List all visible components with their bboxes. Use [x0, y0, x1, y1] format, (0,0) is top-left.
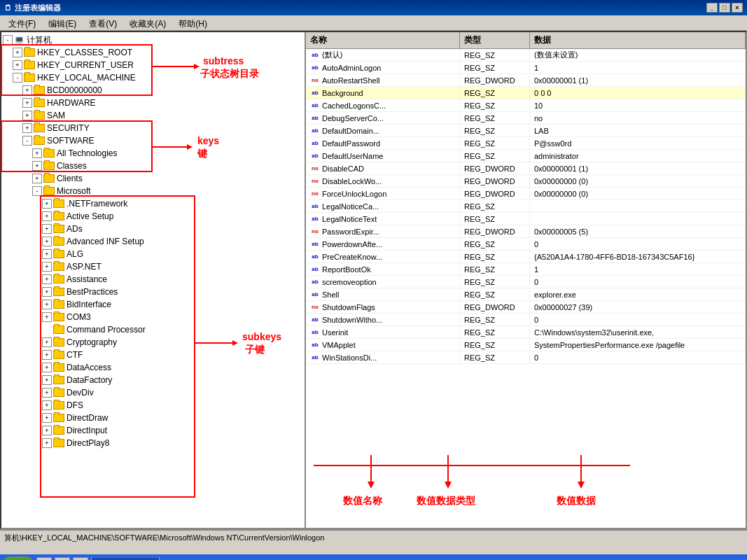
values-row-cachedlogons[interactable]: ab CachedLogonsC... REG_SZ 10	[306, 99, 746, 112]
tree-expand-sec[interactable]	[22, 123, 32, 133]
tree-item-sec[interactable]: SECURITY	[1, 122, 305, 134]
tree-expand-directinput[interactable]	[42, 426, 52, 435]
close-button[interactable]: ×	[732, 3, 743, 13]
values-row-scremove[interactable]: ab scremoveoption REG_SZ 0	[306, 276, 746, 288]
values-row-powerdown[interactable]: ab PowerdownAfte... REG_SZ 0	[306, 238, 746, 251]
tree-item-aspnet[interactable]: ASP.NET	[1, 260, 305, 273]
values-row-defaultdomain[interactable]: ab DefaultDomain... REG_SZ LAB	[306, 125, 746, 137]
tree-item-hw[interactable]: HARDWARE	[1, 97, 305, 109]
tree-expand-ads[interactable]	[42, 224, 52, 234]
minimize-button[interactable]: _	[706, 3, 718, 13]
start-button[interactable]: 开始	[3, 556, 34, 560]
values-row-default[interactable]: ab (默认) REG_SZ (数值未设置)	[306, 49, 746, 62]
menu-view[interactable]: 查看(V)	[83, 17, 123, 29]
tree-expand-dfs[interactable]	[42, 400, 52, 410]
values-row-shutdownflags[interactable]: no ShutdownFlags REG_DWORD 0x00000027 (3…	[306, 301, 746, 314]
tree-item-ctf[interactable]: CTF	[1, 349, 305, 361]
tree-expand-datafactory[interactable]	[42, 375, 52, 385]
tree-expand-hkcr[interactable]	[13, 48, 22, 57]
values-row-background[interactable]: ab Background REG_SZ 0 0 0	[306, 87, 746, 99]
values-panel[interactable]: 名称 类型 数据 ab (默认) REG_SZ (数值未设置) ab	[306, 32, 746, 528]
tree-expand-alltech[interactable]	[32, 148, 42, 158]
tree-item-alg[interactable]: ALG	[1, 248, 305, 260]
tree-item-directinput[interactable]: DirectInput	[1, 424, 305, 437]
taskbar-icon-3[interactable]: 📁	[73, 557, 88, 560]
tree-expand-bcd[interactable]	[22, 85, 32, 95]
tree-item-assistance[interactable]: Assistance	[1, 273, 305, 286]
tree-item-classes[interactable]: Classes	[1, 160, 305, 172]
tree-item-datafactory[interactable]: DataFactory	[1, 374, 305, 386]
tree-item-bestpractices[interactable]: BestPractices	[1, 286, 305, 298]
tree-expand-ctf[interactable]	[42, 350, 52, 360]
tree-expand-bidinterface[interactable]	[42, 300, 52, 309]
values-row-reportboot[interactable]: ab ReportBootOk REG_SZ 1	[306, 263, 746, 276]
values-row-autorestart[interactable]: no AutoRestartShell REG_DWORD 0x00000001…	[306, 74, 746, 87]
tree-root[interactable]: 💻 计算机	[1, 34, 305, 46]
tree-expand-crypto[interactable]	[42, 337, 52, 347]
taskbar-icon-1[interactable]: 📋	[36, 557, 52, 560]
tree-expand-bestpractices[interactable]	[42, 287, 52, 297]
tree-expand-classes[interactable]	[32, 161, 42, 171]
tree-expand-activesetup[interactable]	[42, 211, 52, 221]
tree-expand-assistance[interactable]	[42, 274, 52, 284]
tree-expand-hw[interactable]	[22, 98, 32, 108]
tree-expand-alg[interactable]	[42, 249, 52, 259]
tree-expand-ms[interactable]	[32, 186, 42, 196]
tree-item-dataaccess[interactable]: DataAccess	[1, 361, 305, 374]
tree-expand-advinfsetup[interactable]	[42, 237, 52, 246]
tree-item-directdraw[interactable]: DirectDraw	[1, 412, 305, 424]
tree-item-dfs[interactable]: DFS	[1, 399, 305, 412]
values-row-defaultusername[interactable]: ab DefaultUserName REG_SZ administrator	[306, 150, 746, 162]
tree-expand-hkcu[interactable]	[13, 60, 22, 70]
tree-expand-directplay8[interactable]	[42, 438, 52, 448]
tree-item-ads[interactable]: ADs	[1, 223, 305, 235]
menu-help[interactable]: 帮助(H)	[173, 17, 213, 29]
tree-expand-clients[interactable]	[32, 174, 42, 183]
tree-item-bcd[interactable]: BCD00000000	[1, 84, 305, 97]
tree-item-com3[interactable]: COM3	[1, 311, 305, 323]
tree-item-cmdprocessor[interactable]: Command Processor	[1, 323, 305, 336]
values-row-userinit[interactable]: ab Userinit REG_SZ C:\Windows\system32\u…	[306, 326, 746, 339]
tree-expand-hklm[interactable]	[13, 73, 22, 83]
tree-item-crypto[interactable]: Cryptography	[1, 336, 305, 349]
tree-expand-dotnet[interactable]	[42, 199, 52, 209]
tree-item-sam[interactable]: SAM	[1, 109, 305, 122]
tree-item-directplay8[interactable]: DirectPlay8	[1, 437, 305, 449]
tree-expand-sam[interactable]	[22, 111, 32, 120]
tree-expand-dataaccess[interactable]	[42, 363, 52, 372]
values-row-shell[interactable]: ab Shell REG_SZ explorer.exe	[306, 288, 746, 301]
tree-item-clients[interactable]: Clients	[1, 172, 305, 185]
values-row-vmapplet[interactable]: ab VMApplet REG_SZ SystemPropertiesPerfo…	[306, 339, 746, 351]
values-row-passexpir[interactable]: no PasswordExpir... REG_DWORD 0x00000005…	[306, 225, 746, 238]
tree-item-bidinterface[interactable]: BidInterface	[1, 298, 305, 311]
tree-panel[interactable]: 💻 计算机 HKEY_CLASSES_ROOT	[1, 32, 306, 528]
tree-expand-com3[interactable]	[42, 312, 52, 322]
tree-expand-sw[interactable]	[22, 136, 32, 146]
values-row-legaltext[interactable]: ab LegalNoticeText REG_SZ	[306, 213, 746, 225]
tree-item-ms[interactable]: Microsoft	[1, 185, 305, 197]
values-row-winstations[interactable]: ab WinStationsDi... REG_SZ 0	[306, 351, 746, 364]
values-row-shutdownwith[interactable]: ab ShutdownWitho... REG_SZ 0	[306, 314, 746, 326]
values-row-precreate[interactable]: ab PreCreateKnow... REG_SZ {A520A1A4-178…	[306, 251, 746, 263]
tree-item-sw[interactable]: SOFTWARE	[1, 134, 305, 147]
tree-expand-root[interactable]	[3, 35, 13, 45]
taskbar-icon-2[interactable]: 🖥	[55, 557, 70, 560]
tree-item-devdiv[interactable]: DevDiv	[1, 386, 305, 399]
menu-favorites[interactable]: 收藏夹(A)	[124, 17, 172, 29]
tree-item-activesetup[interactable]: Active Setup	[1, 210, 305, 223]
values-row-disablecad[interactable]: no DisableCAD REG_DWORD 0x00000001 (1)	[306, 162, 746, 175]
tree-item-hkcr[interactable]: HKEY_CLASSES_ROOT	[1, 46, 305, 59]
values-row-forceunlock[interactable]: no ForceUnlockLogon REG_DWORD 0x00000000…	[306, 188, 746, 200]
values-row-defaultpassword[interactable]: ab DefaultPassword REG_SZ P@ssw0rd	[306, 137, 746, 150]
values-row-disablelock[interactable]: no DisableLockWo... REG_DWORD 0x00000000…	[306, 175, 746, 188]
taskbar-active-window[interactable]: 🗒 注册表编辑器	[91, 557, 160, 560]
menu-edit[interactable]: 编辑(E)	[43, 17, 82, 29]
tree-item-advinfsetup[interactable]: Advanced INF Setup	[1, 235, 305, 248]
tree-item-hklm[interactable]: HKEY_LOCAL_MACHINE	[1, 71, 305, 84]
menu-file[interactable]: 文件(F)	[3, 17, 41, 29]
tree-item-hkcu[interactable]: HKEY_CURRENT_USER	[1, 59, 305, 71]
tree-expand-directdraw[interactable]	[42, 413, 52, 423]
tree-item-dotnet[interactable]: .NETFramework	[1, 197, 305, 210]
tree-item-alltech[interactable]: All Technologies	[1, 147, 305, 160]
maximize-button[interactable]: □	[719, 3, 730, 13]
